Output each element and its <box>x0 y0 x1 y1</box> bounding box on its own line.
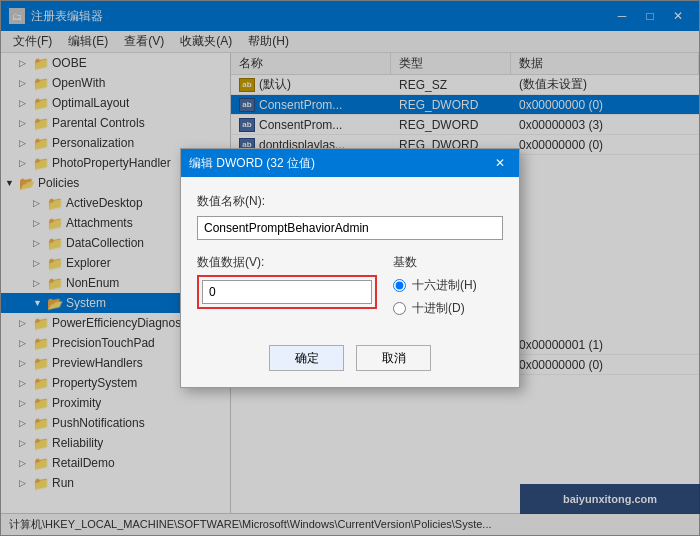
edit-dword-dialog: 编辑 DWORD (32 位值) ✕ 数值名称(N): 数值数据(V): 基数 <box>180 148 520 388</box>
radix-section: 基数 十六进制(H) 十进制(D) <box>393 254 503 323</box>
value-section: 数值数据(V): <box>197 254 377 309</box>
radix-title: 基数 <box>393 254 503 271</box>
radio-dec-input[interactable] <box>393 302 406 315</box>
dialog-overlay: 编辑 DWORD (32 位值) ✕ 数值名称(N): 数值数据(V): 基数 <box>0 0 700 536</box>
dialog-title-bar: 编辑 DWORD (32 位值) ✕ <box>181 149 519 177</box>
dialog-title: 编辑 DWORD (32 位值) <box>189 155 315 172</box>
radio-hex-input[interactable] <box>393 279 406 292</box>
radio-dec-label: 十进制(D) <box>412 300 465 317</box>
value-input[interactable] <box>202 280 372 304</box>
value-box <box>197 275 377 309</box>
dialog-close-button[interactable]: ✕ <box>489 154 511 172</box>
radio-hex-label: 十六进制(H) <box>412 277 477 294</box>
radio-dec[interactable]: 十进制(D) <box>393 300 503 317</box>
value-label: 数值数据(V): <box>197 254 377 271</box>
dialog-body: 数值名称(N): 数值数据(V): 基数 十六进制(H) <box>181 177 519 335</box>
name-label: 数值名称(N): <box>197 193 503 210</box>
ok-button[interactable]: 确定 <box>269 345 344 371</box>
name-input[interactable] <box>197 216 503 240</box>
dialog-value-row: 数值数据(V): 基数 十六进制(H) 十进制(D) <box>197 254 503 323</box>
cancel-button[interactable]: 取消 <box>356 345 431 371</box>
radio-hex[interactable]: 十六进制(H) <box>393 277 503 294</box>
dialog-footer: 确定 取消 <box>181 335 519 385</box>
